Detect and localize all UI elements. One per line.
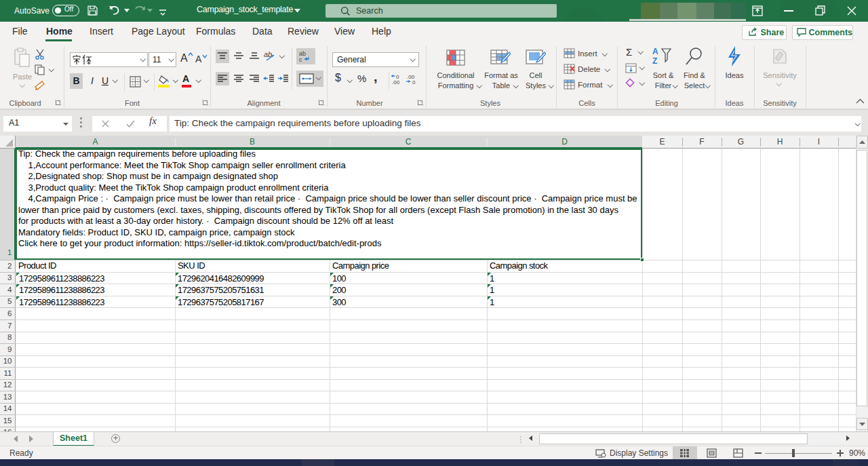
svg-text:c: c	[299, 56, 302, 62]
svg-text:.00: .00	[392, 79, 400, 85]
svg-text:0: 0	[412, 79, 416, 85]
svg-text:A: A	[652, 47, 658, 56]
svg-text:Z: Z	[652, 56, 657, 66]
